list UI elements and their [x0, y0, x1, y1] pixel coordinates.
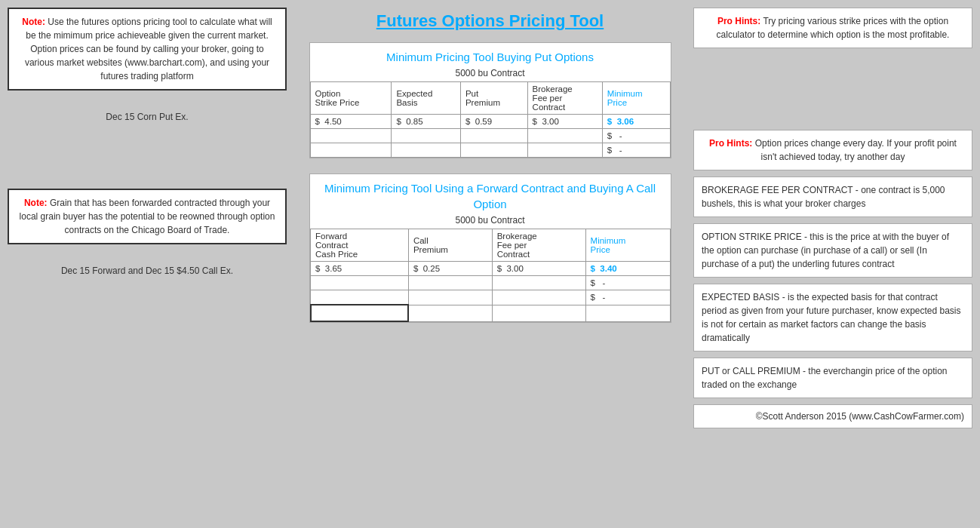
- tool-box-2: Minimum Pricing Tool Using a Forward Con…: [309, 173, 671, 323]
- tool1-r3-c2: [392, 143, 461, 158]
- pro-hint-box-2: Pro Hints: Option prices change every da…: [693, 130, 972, 170]
- example-1-container: Dec 15 Corn Put Ex.: [8, 97, 287, 137]
- info-box-4: PUT or CALL PREMIUM - the everchangin pr…: [693, 358, 972, 398]
- tool1-r3-c1: [310, 143, 392, 158]
- tool2-row-2: $ -: [311, 276, 671, 290]
- tool1-r1-c4: $ 3.00: [527, 115, 602, 129]
- note-box-2: Note: Grain that has been forwarded cont…: [8, 189, 287, 244]
- tool2-r3-c1: [311, 290, 409, 305]
- tool1-r2-c5: $ -: [602, 129, 670, 143]
- tool1-subtitle: 5000 bu Contract: [310, 66, 671, 81]
- tool1-col5-header: MinimumPrice: [602, 82, 670, 115]
- tool2-title: Minimum Pricing Tool Using a Forward Con…: [310, 174, 671, 213]
- main-layout: Note: Use the futures options pricing to…: [8, 8, 972, 428]
- tool2-col4-header: MinimumPrice: [585, 229, 670, 262]
- tool1-col2-header: ExpectedBasis: [392, 82, 461, 115]
- info-box-3: EXPECTED BASIS - is the expected basis f…: [693, 284, 972, 351]
- tool1-r1-c3: $ 0.59: [460, 115, 527, 129]
- tool1-col4-header: BrokerageFee perContract: [527, 82, 602, 115]
- tool2-r4-c2: [408, 305, 492, 321]
- tool2-r2-c3: [492, 276, 585, 290]
- tool1-r3-c4: [527, 143, 602, 158]
- tool1-r2-c2: [392, 129, 461, 143]
- tool2-r1-c4: $ 3.40: [585, 262, 670, 276]
- tool2-table: ForwardContractCash Price CallPremium Br…: [310, 229, 671, 322]
- tool2-r3-c2: [408, 290, 492, 305]
- info-box-2: OPTION STRIKE PRICE - this is the price …: [693, 223, 972, 278]
- tool2-col2-header: CallPremium: [408, 229, 492, 262]
- tool1-r3-c5: $ -: [602, 143, 670, 158]
- tool2-r1-c2: $ 0.25: [408, 262, 492, 276]
- info-box-1: BROKERAGE FEE PER CONTRACT - one contrac…: [693, 177, 972, 217]
- tool2-r4-c4: [585, 305, 670, 321]
- right-column: Pro Hints: Try pricing various strike pr…: [693, 8, 972, 428]
- pro-hint-label-1: Pro Hints:: [717, 16, 760, 26]
- tool1-r1-c2: $ 0.85: [392, 115, 461, 129]
- tool1-r1-c5: $ 3.06: [602, 115, 670, 129]
- tool1-r2-c1: [310, 129, 392, 143]
- note-text-1: Use the futures options pricing tool to …: [25, 17, 272, 81]
- pro-hint-label-2: Pro Hints:: [709, 138, 752, 149]
- example-1-label: Dec 15 Corn Put Ex.: [106, 107, 188, 124]
- example-2-label: Dec 15 Forward and Dec 15 $4.50 Call Ex.: [61, 261, 233, 278]
- tool2-r4-c3: [492, 305, 585, 321]
- tool1-title: Minimum Pricing Tool Buying Put Options: [310, 43, 671, 66]
- tool1-table: OptionStrike Price ExpectedBasis PutPrem…: [310, 81, 671, 158]
- tool2-row-3: $ -: [311, 290, 671, 305]
- tool1-col3-header: PutPremium: [460, 82, 527, 115]
- tool2-r2-c4: $ -: [585, 276, 670, 290]
- tool2-r1-c1: $ 3.65: [311, 262, 409, 276]
- example-2-container: Dec 15 Forward and Dec 15 $4.50 Call Ex.: [8, 250, 287, 291]
- note-label-1: Note:: [22, 17, 45, 27]
- tool1-r2-c4: [527, 129, 602, 143]
- tool2-subtitle: 5000 bu Contract: [310, 213, 671, 229]
- pro-hint-text-2: Option prices change every day. If your …: [755, 138, 957, 162]
- tool1-row-2: $ -: [310, 129, 670, 143]
- tool2-r4-c1[interactable]: [311, 305, 409, 321]
- center-column: Futures Options Pricing Tool Minimum Pri…: [294, 8, 686, 428]
- tool-box-1: Minimum Pricing Tool Buying Put Options …: [309, 42, 671, 158]
- tool2-row-4: [311, 305, 671, 321]
- tool1-r3-c3: [460, 143, 527, 158]
- tool2-r3-c3: [492, 290, 585, 305]
- tool2-r2-c2: [408, 276, 492, 290]
- page-title: Futures Options Pricing Tool: [376, 11, 604, 31]
- tool2-col3-header: BrokerageFee perContract: [492, 229, 585, 262]
- pro-hint-box-1: Pro Hints: Try pricing various strike pr…: [693, 8, 972, 48]
- tool1-col1-header: OptionStrike Price: [310, 82, 392, 115]
- copyright: ©Scott Anderson 2015 (www.CashCowFarmer.…: [693, 404, 972, 428]
- note-label-2: Note:: [24, 198, 48, 208]
- tool2-col1-header: ForwardContractCash Price: [311, 229, 409, 262]
- note-text-2: Grain that has been forwarded contracted…: [20, 198, 275, 235]
- tool1-r1-c1: $ 4.50: [310, 115, 392, 129]
- tool2-r2-c1: [311, 276, 409, 290]
- tool1-row-3: $ -: [310, 143, 670, 158]
- tool2-row-1: $ 3.65 $ 0.25 $ 3.00 $ 3.40: [311, 262, 671, 276]
- tool1-r2-c3: [460, 129, 527, 143]
- note-box-1: Note: Use the futures options pricing to…: [8, 8, 287, 91]
- tool1-row-1: $ 4.50 $ 0.85 $ 0.59 $ 3.00 $ 3.06: [310, 115, 670, 129]
- tool2-r3-c4: $ -: [585, 290, 670, 305]
- left-column: Note: Use the futures options pricing to…: [8, 8, 287, 428]
- tool2-r1-c3: $ 3.00: [492, 262, 585, 276]
